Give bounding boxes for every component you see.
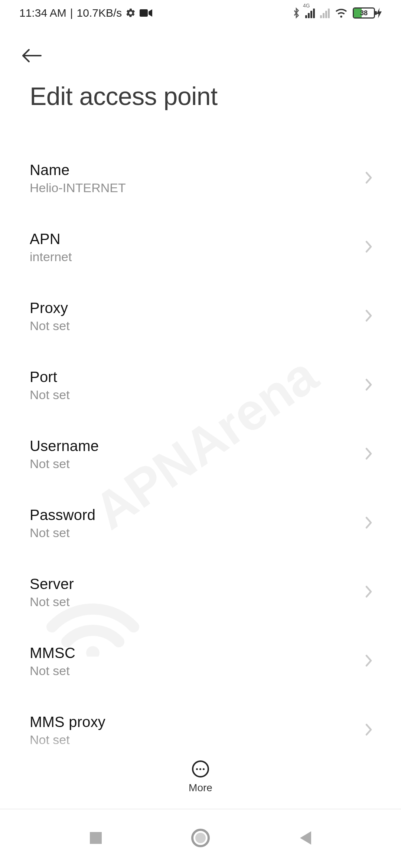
status-time: 11:34 AM: [19, 7, 66, 19]
chevron-right-icon: [365, 654, 373, 669]
chevron-right-icon: [365, 378, 373, 393]
svg-point-5: [195, 833, 206, 843]
bottom-action-bar: More: [0, 754, 401, 794]
list-item-label: Server: [30, 576, 74, 592]
square-icon: [88, 831, 103, 845]
list-item-label: Port: [30, 369, 70, 385]
more-horizontal-icon: [192, 760, 209, 777]
list-item-label: MMSC: [30, 645, 75, 661]
chevron-right-icon: [365, 240, 373, 255]
list-item-password[interactable]: Password Not set: [0, 489, 401, 558]
system-nav-bar: [0, 809, 401, 868]
status-bar: 11:34 AM | 10.7KB/s 4G: [0, 0, 401, 26]
back-button[interactable]: [21, 45, 43, 67]
page-header: Edit access point: [0, 26, 401, 114]
chevron-right-icon: [365, 516, 373, 531]
signal-bars-sim2-icon: [320, 8, 330, 18]
list-item-label: APN: [30, 231, 72, 247]
svg-rect-3: [90, 832, 102, 844]
chevron-right-icon: [365, 171, 373, 186]
list-item-value: Not set: [30, 733, 105, 747]
video-camera-icon: [140, 9, 152, 17]
list-item-name[interactable]: Name Helio-INTERNET: [0, 144, 401, 213]
chevron-right-icon: [365, 585, 373, 600]
circle-icon: [191, 828, 210, 848]
nav-recent-button[interactable]: [88, 831, 103, 847]
list-item-username[interactable]: Username Not set: [0, 420, 401, 489]
list-item-label: MMS proxy: [30, 714, 105, 730]
list-item-value: Not set: [30, 457, 99, 471]
list-item-value: Not set: [30, 388, 70, 402]
nav-home-button[interactable]: [191, 828, 210, 849]
wifi-icon: [335, 8, 348, 18]
more-label: More: [189, 782, 212, 794]
list-item-value: internet: [30, 250, 72, 264]
chevron-right-icon: [365, 447, 373, 462]
network-badge: 4G: [303, 3, 310, 9]
charging-bolt-icon: [376, 8, 382, 18]
battery-percent: 38: [354, 9, 374, 17]
status-network-speed: 10.7KB/s: [77, 7, 122, 19]
list-item-value: Not set: [30, 595, 74, 609]
status-divider: |: [70, 7, 73, 19]
list-item-value: Not set: [30, 664, 75, 678]
svg-rect-1: [140, 9, 148, 17]
page-title: Edit access point: [21, 82, 380, 111]
list-item-mmsc[interactable]: MMSC Not set: [0, 627, 401, 696]
chevron-right-icon: [365, 723, 373, 738]
settings-list: Name Helio-INTERNET APN internet Proxy N…: [0, 114, 401, 765]
list-item-value: Not set: [30, 319, 70, 333]
list-item-label: Proxy: [30, 300, 70, 316]
signal-bars-sim1-icon: [305, 8, 315, 18]
list-item-value: Helio-INTERNET: [30, 181, 126, 195]
list-item-port[interactable]: Port Not set: [0, 351, 401, 420]
list-item-label: Password: [30, 507, 95, 523]
list-item-label: Name: [30, 162, 126, 178]
list-item-server[interactable]: Server Not set: [0, 558, 401, 627]
triangle-left-icon: [298, 830, 313, 846]
battery-icon: 38: [353, 7, 375, 19]
arrow-left-icon: [21, 48, 42, 63]
list-item-value: Not set: [30, 526, 95, 540]
list-item-apn[interactable]: APN internet: [0, 213, 401, 282]
more-button[interactable]: More: [189, 760, 212, 794]
list-item-label: Username: [30, 438, 99, 454]
chevron-right-icon: [365, 309, 373, 324]
svg-point-2: [340, 16, 342, 18]
bluetooth-icon: [293, 7, 300, 19]
nav-back-button[interactable]: [298, 830, 313, 848]
list-item-proxy[interactable]: Proxy Not set: [0, 282, 401, 351]
gear-icon: [125, 8, 136, 18]
